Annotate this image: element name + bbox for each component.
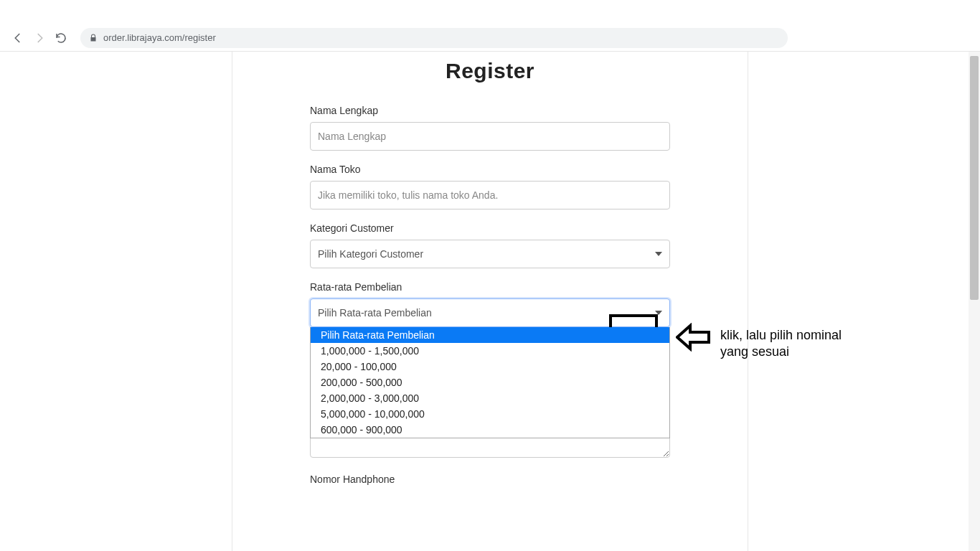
field-nama-lengkap: Nama Lengkap (310, 105, 670, 151)
dropdown-option[interactable]: 2,000,000 - 3,000,000 (311, 390, 669, 406)
label-nama-lengkap: Nama Lengkap (310, 105, 670, 116)
select-kategori-customer[interactable]: Pilih Kategori Customer (310, 240, 670, 268)
address-text: order.librajaya.com/register (103, 32, 779, 43)
lock-icon (89, 34, 98, 42)
vertical-scrollbar[interactable] (969, 52, 980, 551)
dropdown-rata-pembelian: Pilih Rata-rata Pembelian 1,000,000 - 1,… (310, 327, 670, 438)
label-nama-toko: Nama Toko (310, 164, 670, 175)
dropdown-option[interactable]: 20,000 - 100,000 (311, 359, 669, 375)
label-nohp: Nomor Handphone (310, 474, 670, 485)
dropdown-option[interactable]: 5,000,000 - 10,000,000 (311, 406, 669, 422)
dropdown-option[interactable]: Pilih Rata-rata Pembelian (311, 327, 669, 343)
label-rata-pembelian: Rata-rata Pembelian (310, 281, 670, 293)
forward-button[interactable] (33, 32, 46, 44)
field-rata-pembelian: Rata-rata Pembelian Pilih Rata-rata Pemb… (310, 281, 670, 327)
page-viewport: Register Nama Lengkap Nama Toko Kategori… (0, 52, 980, 551)
field-kategori-customer: Kategori Customer Pilih Kategori Custome… (310, 222, 670, 268)
address-bar[interactable]: order.librajaya.com/register (80, 28, 788, 48)
select-rata-pembelian[interactable]: Pilih Rata-rata Pembelian (310, 298, 670, 327)
back-button[interactable] (11, 32, 24, 44)
label-kategori-customer: Kategori Customer (310, 222, 670, 234)
register-card: Register Nama Lengkap Nama Toko Kategori… (232, 52, 748, 551)
dropdown-option[interactable]: 1,000,000 - 1,500,000 (311, 343, 669, 359)
field-nama-toko: Nama Toko (310, 164, 670, 209)
select-kategori-value: Pilih Kategori Customer (318, 248, 423, 260)
browser-bar: order.librajaya.com/register (0, 0, 980, 52)
input-nama-toko[interactable] (310, 181, 670, 209)
dropdown-option[interactable]: 200,000 - 500,000 (311, 375, 669, 390)
select-rata-value: Pilih Rata-rata Pembelian (318, 307, 432, 319)
page-title: Register (310, 52, 670, 105)
field-nohp: Nomor Handphone (310, 474, 670, 485)
dropdown-option[interactable]: 600,000 - 900,000 (311, 422, 669, 438)
input-nama-lengkap[interactable] (310, 122, 670, 151)
scrollbar-thumb[interactable] (970, 56, 979, 300)
reload-button[interactable] (55, 32, 67, 44)
